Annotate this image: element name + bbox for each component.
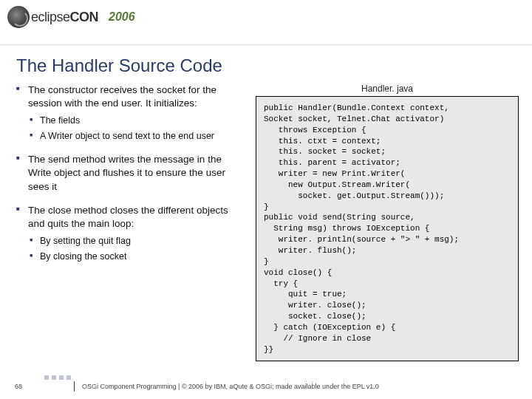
footer-text: OSGi Component Programming | © 2006 by I… (82, 383, 379, 390)
logo-text: eclipseCON (31, 10, 98, 25)
bullet-3-text: The close method closes the different ob… (28, 205, 228, 229)
footer-divider (74, 381, 75, 392)
logo-bold: CON (70, 10, 99, 24)
bullet-3: The close method closes the different ob… (16, 204, 245, 263)
footer-ticks-icon (44, 375, 74, 380)
bullet-1a: The fields (28, 115, 245, 127)
code-filename: Handler. java (256, 83, 519, 94)
slide-content: The constructor receives the socket for … (0, 83, 532, 361)
logo-swirl-icon (7, 6, 30, 28)
code-box: public Handler(Bundle.Context context, S… (256, 96, 519, 361)
bullet-1-text: The constructor receives the socket for … (28, 84, 216, 109)
slide-footer: 68 OSGi Component Programming | © 2006 b… (0, 381, 532, 392)
bullet-3b: By closing the socket (28, 250, 245, 263)
code-column: Handler. java public Handler(Bundle.Cont… (256, 83, 519, 361)
bullet-3a: By setting the quit flag (28, 235, 245, 248)
logo-light: eclipse (31, 10, 70, 24)
bullet-1: The constructor receives the socket for … (16, 83, 245, 143)
bullet-1b: A Writer object to send text to the end … (28, 130, 245, 143)
logo-year: 2006 (109, 10, 135, 24)
slide-header: eclipseCON 2006 (0, 0, 532, 45)
page-number: 68 (0, 383, 37, 390)
bullet-column: The constructor receives the socket for … (16, 83, 245, 361)
slide-title: The Handler Source Code (16, 55, 532, 76)
eclipsecon-logo: eclipseCON 2006 (7, 6, 135, 28)
bullet-2: The send method writes the message in th… (16, 153, 245, 194)
